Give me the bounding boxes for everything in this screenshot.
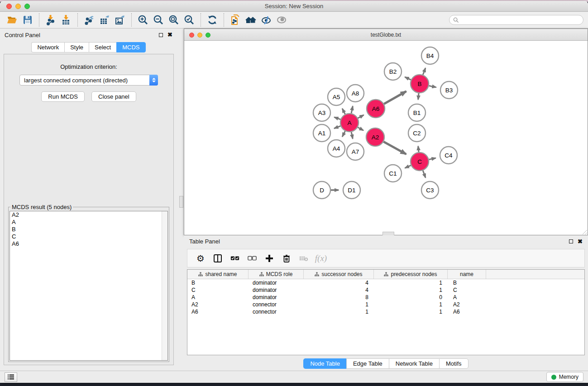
birdseye-view-button[interactable] [274,13,289,27]
import-table-button[interactable] [58,13,74,27]
network-canvas[interactable]: B4B2BB3A8A5A6A3B1AA1C2A2A4A7C4CC1C3DD1 [184,41,588,235]
vertical-split-handle[interactable] [179,196,183,208]
tab-network-table[interactable]: Network Table [389,358,439,369]
list-item[interactable]: B [10,226,167,233]
select-all-icon [230,254,239,263]
graph-edge-A-A3[interactable] [334,117,340,119]
memory-button[interactable]: Memory [546,372,583,382]
list-scrollbar[interactable] [162,211,167,360]
network-graph[interactable]: B4B2BB3A8A5A6A3B1AA1C2A2A4A7C4CC1C3DD1 [184,41,588,235]
home-view-button[interactable] [243,13,258,27]
graph-edge-A6-B[interactable] [384,91,406,104]
tab-select[interactable]: Select [89,42,116,52]
tab-network[interactable]: Network [31,42,64,52]
maximize-network-window-button[interactable] [206,33,210,38]
graph-edge-A2-C[interactable] [383,142,406,154]
show-task-history-button[interactable] [5,372,17,382]
zoom-in-icon [138,14,148,25]
graph-edge-B-B2[interactable] [405,77,411,80]
zoom-in-button[interactable] [135,13,151,27]
import-network-button[interactable] [43,13,58,27]
maximize-window-button[interactable] [24,4,30,9]
graph-edge-B-B3[interactable] [429,86,436,87]
tab-style[interactable]: Style [64,42,89,52]
zoom-fit-button[interactable] [166,13,182,27]
column-header-mcds-role[interactable]: MCDS role [249,270,304,279]
close-network-window-button[interactable] [189,33,194,38]
graph-edge-A-A8[interactable] [351,106,353,113]
graph-edge-B-B4[interactable] [423,68,425,75]
cell-name: B [448,280,486,286]
select-all-button[interactable] [226,251,244,266]
list-item[interactable]: A6 [10,240,167,248]
deselect-all-button[interactable] [244,251,261,266]
zoom-out-button[interactable] [151,13,166,27]
delete-table-button[interactable] [295,251,312,266]
minimize-network-window-button[interactable] [197,33,202,38]
float-panel-icon[interactable] [159,33,163,37]
table-row[interactable]: A dominator 8 0 A [187,294,584,301]
close-window-button[interactable] [6,4,12,9]
graph-edge-A-A7[interactable] [351,132,353,139]
float-panel-icon[interactable] [569,239,573,243]
graph-edge-A-A5[interactable] [342,109,345,114]
add-column-button[interactable] [261,251,278,266]
graph-edge-C-C1[interactable] [405,165,411,168]
list-item[interactable]: C [10,233,167,240]
list-item[interactable]: A [10,219,167,226]
close-panel-icon[interactable]: ✖ [167,33,172,37]
function-builder-button[interactable]: f(x) [312,251,330,266]
tab-node-table[interactable]: Node Table [303,358,346,369]
graph-edge-A-A6[interactable] [358,115,364,118]
table-row[interactable]: A2 connector 1 1 A2 [187,301,584,308]
graph-node-label-D: D [320,187,324,194]
graph-edge-A-A2[interactable] [358,127,363,130]
run-mcds-button[interactable]: Run MCDS [41,91,85,102]
tab-mcds[interactable]: MCDS [116,42,145,52]
cell-shared-name: C [187,287,249,293]
column-header-successor-nodes[interactable]: successor nodes [304,270,374,279]
tab-edge-table[interactable]: Edge Table [346,358,389,369]
graph-edge-C-C3[interactable] [423,171,425,178]
column-header-shared-name[interactable]: shared name [187,270,249,279]
criterion-select[interactable]: largest connected component (directed) [19,75,158,86]
graph-edge-C-C4[interactable] [429,158,436,159]
search-field[interactable] [449,15,583,25]
export-table-button[interactable] [97,13,112,27]
graph-edge-A-A4[interactable] [342,131,345,137]
graph-node-label-A2: A2 [372,134,379,141]
export-image-button[interactable] [112,13,128,27]
close-panel-icon[interactable]: ✖ [578,239,583,244]
table-row[interactable]: B dominator 4 1 B [187,279,584,286]
search-input[interactable] [461,17,579,23]
open-file-button[interactable] [5,13,20,27]
tab-motifs[interactable]: Motifs [439,358,468,369]
graph-edge-A-A1[interactable] [334,126,340,128]
list-item[interactable]: A2 [10,211,167,219]
graph-edge-C-C2[interactable] [418,146,419,152]
table-row[interactable]: A6 connector 1 1 A6 [187,308,584,315]
table-panel-title: Table Panel [189,238,220,245]
mcds-result-list[interactable]: A2 A B C A6 [10,211,168,361]
zoom-selected-button[interactable] [182,13,197,27]
add-column-icon [265,254,274,263]
network-from-selection-button[interactable] [228,13,243,27]
close-panel-button[interactable]: Close panel [91,91,136,102]
graph-edge-B-B1[interactable] [418,93,419,100]
refresh-view-button[interactable] [205,13,220,27]
column-header-name[interactable]: name [448,270,486,279]
cell-predecessor-nodes: 0 [374,294,448,300]
hide-details-button[interactable] [258,13,274,27]
cell-shared-name: B [187,280,249,286]
delete-column-button[interactable] [278,251,295,266]
table-options-button[interactable]: ⚙ [192,251,209,266]
save-session-button[interactable] [20,13,35,27]
main-toolbar [0,12,588,29]
column-layout-button[interactable] [209,251,226,266]
export-network-button[interactable] [81,13,97,27]
graph-node-label-C3: C3 [426,187,434,194]
cell-shared-name: A6 [187,309,249,315]
table-row[interactable]: C dominator 4 1 C [187,286,584,294]
column-header-predecessor-nodes[interactable]: predecessor nodes [374,270,448,279]
minimize-window-button[interactable] [15,4,21,9]
